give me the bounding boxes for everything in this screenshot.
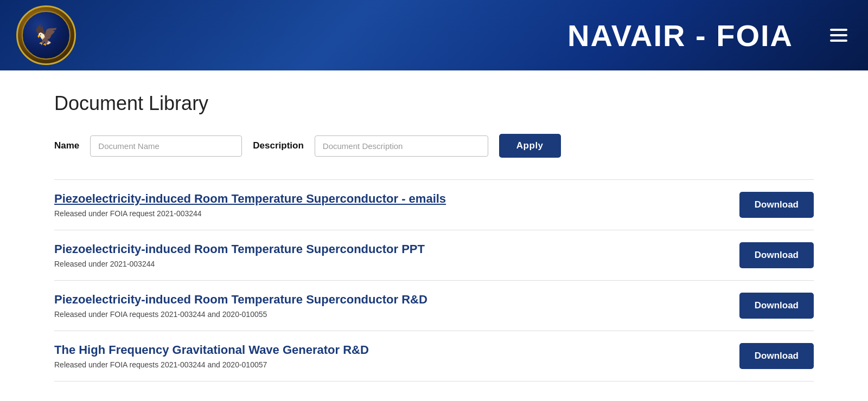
document-item: Piezoelectricity-induced Room Temperatur…: [54, 179, 814, 230]
hamburger-line-1: [830, 29, 847, 31]
document-item: The High Frequency Gravitational Wave Ge…: [54, 331, 814, 381]
description-filter-input[interactable]: [315, 135, 488, 157]
document-info: Piezoelectricity-induced Room Temperatur…: [54, 192, 718, 218]
hamburger-line-2: [830, 34, 847, 36]
name-filter-label: Name: [54, 140, 79, 151]
document-title: Piezoelectricity-induced Room Temperatur…: [54, 242, 718, 256]
document-info: Piezoelectricity-induced Room Temperatur…: [54, 293, 718, 319]
site-header: 🦅 NAVAIR - FOIA: [0, 0, 868, 70]
download-button[interactable]: Download: [739, 192, 814, 218]
document-title: Piezoelectricity-induced Room Temperatur…: [54, 293, 718, 307]
logo-circle: 🦅: [16, 5, 76, 65]
document-title: The High Frequency Gravitational Wave Ge…: [54, 343, 718, 357]
document-description: Released under FOIA requests 2021-003244…: [54, 360, 718, 369]
page-title: Document Library: [54, 92, 814, 115]
description-filter-label: Description: [253, 140, 304, 151]
filter-row: Name Description Apply: [54, 134, 814, 158]
document-info: Piezoelectricity-induced Room Temperatur…: [54, 242, 718, 268]
document-item: Piezoelectricity-induced Room Temperatur…: [54, 230, 814, 280]
hamburger-line-3: [830, 40, 847, 42]
download-button[interactable]: Download: [739, 343, 814, 369]
logo-container: 🦅: [16, 5, 76, 65]
download-button[interactable]: Download: [739, 293, 814, 319]
document-info: The High Frequency Gravitational Wave Ge…: [54, 343, 718, 369]
document-title[interactable]: Piezoelectricity-induced Room Temperatur…: [54, 192, 718, 206]
download-button[interactable]: Download: [739, 242, 814, 268]
site-title: NAVAIR - FOIA: [76, 18, 826, 53]
name-filter-input[interactable]: [90, 135, 242, 157]
hamburger-menu-button[interactable]: [826, 24, 852, 46]
document-description: Released under 2021-003244: [54, 260, 718, 268]
document-item: Piezoelectricity-induced Room Temperatur…: [54, 280, 814, 331]
logo-inner: 🦅: [22, 11, 71, 60]
main-content: Document Library Name Description Apply …: [0, 70, 868, 401]
document-description: Released under FOIA request 2021-003244: [54, 209, 718, 218]
eagle-icon: 🦅: [34, 25, 59, 45]
apply-filter-button[interactable]: Apply: [499, 134, 561, 158]
document-list: Piezoelectricity-induced Room Temperatur…: [54, 179, 814, 381]
document-description: Released under FOIA requests 2021-003244…: [54, 310, 718, 319]
